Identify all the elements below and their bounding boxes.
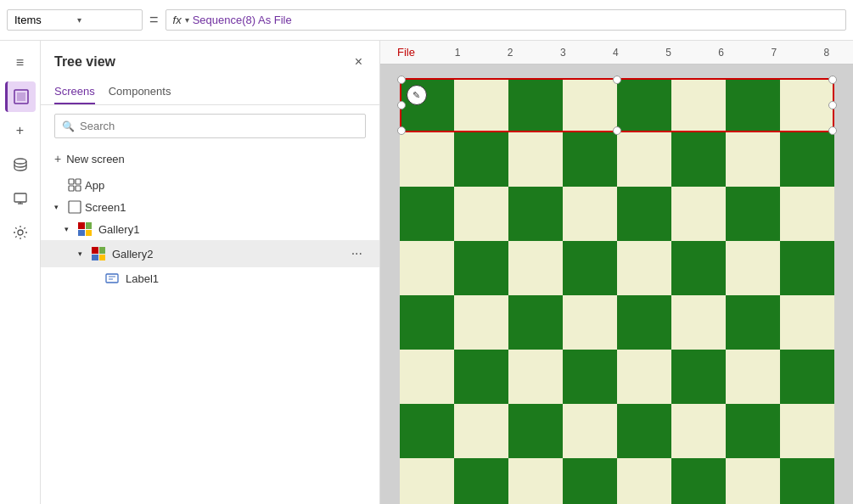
tree-item-gallery1[interactable]: ▾ Gallery1: [41, 218, 379, 240]
close-button[interactable]: ×: [351, 51, 366, 73]
checker-cell: [671, 78, 726, 132]
checker-cell: [563, 241, 617, 295]
checker-cell: [563, 458, 617, 504]
formula-bar[interactable]: fx ▾ Sequence(8) As File: [166, 9, 846, 31]
plus-icon: +: [54, 152, 61, 165]
checker-cell: [726, 404, 780, 458]
checker-cell: [400, 404, 454, 458]
checker-cell: [780, 295, 834, 350]
checker-cell: [780, 458, 834, 504]
checker-cell: [454, 187, 508, 241]
items-dropdown[interactable]: Items ▾: [7, 9, 143, 31]
checker-cell: [563, 295, 617, 350]
checker-cell: [617, 78, 671, 132]
file-label[interactable]: File: [380, 46, 431, 59]
checker-cell: [726, 241, 780, 295]
search-input[interactable]: [80, 120, 358, 132]
tree-item-app[interactable]: App: [41, 174, 379, 196]
checker-cell: [400, 295, 454, 350]
chevron-down-icon: ▾: [65, 225, 75, 233]
data-icon[interactable]: [5, 149, 36, 180]
app-grid-icon: [68, 178, 81, 192]
checker-cell: [454, 132, 508, 187]
checker-cell: [617, 458, 671, 504]
svg-rect-7: [69, 186, 74, 191]
formula-content: Sequence(8) As File: [193, 14, 292, 26]
checkerboard-container: ✎: [380, 64, 853, 504]
checker-cell: [508, 458, 563, 504]
ruler-num-3: 3: [536, 47, 589, 59]
settings-icon[interactable]: [5, 217, 36, 248]
tree-tabs: Screens Components: [41, 80, 379, 105]
more-options-icon[interactable]: ···: [348, 244, 366, 263]
checker-cell: [726, 78, 780, 132]
screen1-label: Screen1: [85, 201, 366, 214]
add-icon[interactable]: +: [5, 115, 36, 146]
checker-cell: [454, 78, 508, 132]
checker-cell: [508, 295, 563, 350]
layers-icon[interactable]: [5, 81, 36, 112]
gallery2-icon: [92, 247, 105, 260]
svg-rect-3: [14, 193, 26, 202]
top-bar: Items ▾ = fx ▾ Sequence(8) As File: [0, 0, 853, 41]
equals-icon: =: [149, 11, 159, 29]
canvas-area: File 1 2 3 4 5 6 7 8: [380, 41, 853, 504]
checker-cell: [671, 458, 726, 504]
checker-cell: [563, 132, 617, 187]
search-box: 🔍: [54, 114, 366, 138]
checker-cell: [400, 458, 454, 504]
checker-cell: [400, 350, 454, 404]
label-icon: [105, 272, 119, 285]
checker-cell: [671, 132, 726, 187]
chevron-down-icon: ▾: [77, 15, 135, 25]
tree-panel: Tree view × Screens Components 🔍 + New s…: [41, 41, 380, 504]
tab-components[interactable]: Components: [109, 80, 171, 104]
checker-cell: [454, 458, 508, 504]
checker-cell: [671, 295, 726, 350]
checker-cell: [563, 187, 617, 241]
checker-cell: [726, 458, 780, 504]
checker-cell: [508, 187, 563, 241]
svg-rect-9: [69, 201, 81, 213]
icon-bar: ≡ +: [0, 41, 41, 504]
app-label: App: [85, 179, 366, 192]
gallery1-label: Gallery1: [98, 223, 366, 236]
checker-cell: [508, 404, 563, 458]
checker-cell: [780, 187, 834, 241]
tree-item-gallery2[interactable]: ▾ Gallery2 ···: [41, 240, 379, 267]
svg-rect-10: [106, 274, 118, 283]
svg-point-2: [14, 159, 26, 164]
ruler-num-4: 4: [589, 47, 642, 59]
checker-cell: [400, 241, 454, 295]
gallery2-label: Gallery2: [112, 248, 345, 260]
checker-cell: [780, 350, 834, 404]
checker-cell: [563, 78, 617, 132]
checker-cell: [508, 350, 563, 404]
checker-cell: [454, 295, 508, 350]
checker-cell: [563, 404, 617, 458]
tree-header: Tree view ×: [41, 41, 379, 80]
fx-icon: fx: [173, 14, 182, 26]
checker-cell: [726, 132, 780, 187]
items-dropdown-label: Items: [14, 14, 72, 26]
tree-item-screen1[interactable]: ▾ Screen1: [41, 196, 379, 218]
new-screen-label: New screen: [66, 153, 125, 165]
checker-cell: [454, 350, 508, 404]
checker-cell: [617, 187, 671, 241]
checker-cell: [780, 132, 834, 187]
tree-item-label1[interactable]: Label1: [41, 267, 379, 289]
media-icon[interactable]: [5, 183, 36, 214]
checker-cell: [780, 241, 834, 295]
ruler-top: File 1 2 3 4 5 6 7 8: [380, 41, 853, 64]
ruler-num-6: 6: [695, 47, 748, 59]
label1-label: Label1: [126, 272, 366, 285]
new-screen-button[interactable]: + New screen: [41, 147, 379, 171]
checker-cell: [726, 295, 780, 350]
checker-cell: [726, 187, 780, 241]
checker-cell: [617, 404, 671, 458]
tab-screens[interactable]: Screens: [54, 80, 95, 104]
hamburger-menu-icon[interactable]: ≡: [5, 48, 36, 78]
search-icon: 🔍: [62, 120, 75, 132]
svg-rect-5: [69, 179, 74, 184]
svg-point-4: [18, 230, 23, 235]
